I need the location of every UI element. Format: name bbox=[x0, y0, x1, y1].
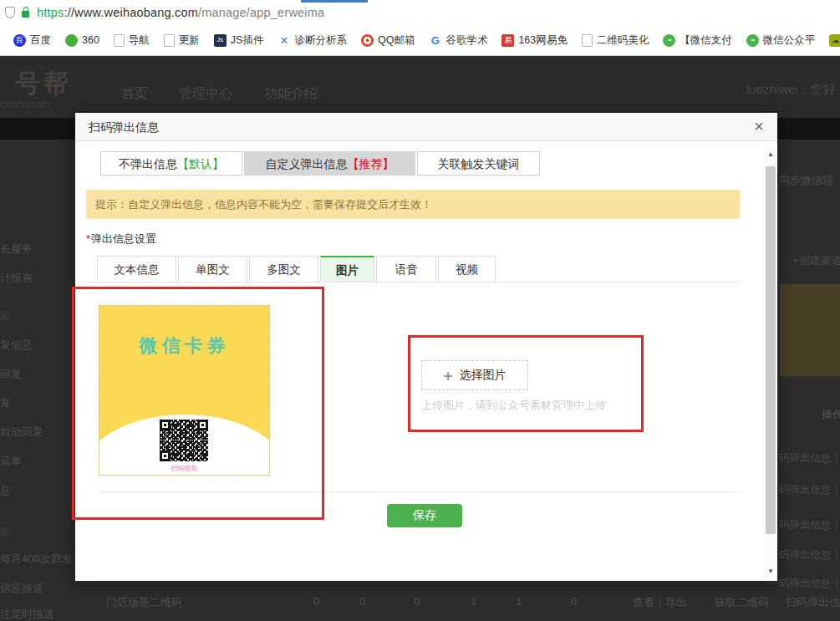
android-icon: ☁ bbox=[829, 34, 840, 47]
nav-manage-center[interactable]: 管理中心 bbox=[179, 85, 232, 103]
row-action-link[interactable]: 码弹出信息｜ bbox=[779, 518, 840, 532]
table-cell-value: 1 bbox=[471, 595, 476, 608]
get-qrcode-link[interactable]: 获取二维码 bbox=[715, 595, 769, 610]
table-cell-value: 1 bbox=[516, 595, 522, 608]
tab-default-badge: 【默认】 bbox=[177, 157, 224, 171]
sidebar-section: 能 bbox=[0, 525, 77, 540]
section-divider bbox=[99, 491, 741, 492]
table-cell-name: 门店场景二维码 bbox=[106, 595, 182, 610]
create-channel-button[interactable]: +创建渠道 bbox=[792, 253, 840, 268]
tab-recommend-badge: 【推荐】 bbox=[348, 157, 395, 171]
sidebar-item[interactable]: 注定时推送 bbox=[0, 607, 77, 621]
scan-popup-link[interactable]: 扫码弹出信息｜ bbox=[786, 595, 840, 610]
site-logo-domain: aobang.com bbox=[0, 99, 50, 110]
row-action-link[interactable]: 码弹出信息｜ bbox=[779, 483, 840, 497]
diagnose-icon: ✕ bbox=[277, 34, 290, 47]
qr-finder bbox=[160, 420, 171, 430]
bookmark-google-scholar[interactable]: G谷歌学术 bbox=[429, 33, 487, 48]
bookmark-qq-mail[interactable]: QQ邮箱 bbox=[361, 33, 415, 48]
sidebar-item[interactable]: 复信息 bbox=[0, 338, 77, 353]
qr-finder bbox=[160, 450, 171, 461]
scroll-down-icon[interactable]: ▼ bbox=[765, 567, 776, 577]
https-lock-icon[interactable] bbox=[22, 11, 29, 18]
bookmark-360[interactable]: 360 bbox=[65, 34, 99, 47]
subtab-single-article[interactable]: 单图文 bbox=[178, 256, 247, 282]
bookmark-baidu[interactable]: 百百度 bbox=[13, 33, 51, 48]
sidebar-item[interactable]: 复 bbox=[0, 395, 77, 410]
close-icon[interactable]: × bbox=[754, 117, 764, 136]
subtab-video[interactable]: 视频 bbox=[438, 256, 496, 282]
qq-mail-icon bbox=[361, 34, 374, 47]
page-icon bbox=[164, 34, 175, 47]
url-text[interactable]: https://www.weihaobang.com/manage/app_er… bbox=[37, 6, 324, 19]
url-scheme: https bbox=[37, 6, 64, 19]
notice-banner: 提示：自定义弹出信息，信息内容不能为空，需要保存提交后才生效！ bbox=[86, 190, 740, 219]
sidebar-item[interactable]: 息 bbox=[0, 483, 77, 498]
sidebar-section: 能 bbox=[0, 308, 77, 323]
content-type-tabs: 文本信息 单图文 多图文 图片 语音 视频 bbox=[86, 256, 741, 283]
row-action-link[interactable]: 码弹出信息｜ bbox=[779, 548, 840, 562]
card-title: 微信卡券 bbox=[99, 333, 269, 359]
scroll-up-icon[interactable]: ▲ bbox=[765, 150, 776, 160]
row-action-link[interactable]: 码弹出信息｜ bbox=[779, 451, 840, 466]
row-action-link[interactable]: 码弹出信息｜ bbox=[779, 577, 840, 591]
table-cell-value: 0 bbox=[571, 595, 577, 608]
sidebar-item[interactable]: 自动回复 bbox=[0, 425, 77, 440]
tab-custom-popup[interactable]: 自定义弹出信息【推荐】 bbox=[244, 151, 415, 176]
baidu-icon: 百 bbox=[13, 34, 26, 47]
bookmark-js-plugin[interactable]: JsJS插件 bbox=[214, 33, 264, 48]
bookmark-android[interactable]: ☁Android协 bbox=[829, 33, 840, 48]
wechat-icon: •• bbox=[663, 34, 675, 47]
bookmarks-bar: 百百度 360 导航 更新 JsJS插件 ✕诊断分析系 QQ邮箱 G谷歌学术 易… bbox=[0, 25, 840, 56]
tab-no-popup[interactable]: 不弹出信息【默认】 bbox=[100, 151, 242, 176]
bookmark-diagnose[interactable]: ✕诊断分析系 bbox=[277, 33, 347, 48]
ops-column-header: 操作 bbox=[822, 407, 840, 422]
table-cell-value: 0 bbox=[313, 595, 319, 608]
choose-image-button[interactable]: + 选择图片 bbox=[421, 360, 528, 390]
subtab-text[interactable]: 文本信息 bbox=[97, 256, 176, 282]
sidebar-item[interactable]: 每月400次群发 bbox=[0, 552, 77, 567]
modal-title-bar: 扫码弹出信息 × bbox=[75, 113, 777, 141]
shield-icon[interactable] bbox=[5, 7, 15, 18]
sidebar-item[interactable]: 回复 bbox=[0, 367, 77, 382]
selected-image-preview[interactable]: 微信卡券 扫码领取 bbox=[99, 305, 270, 476]
browser-address-bar[interactable]: https://www.weihaobang.com/manage/app_er… bbox=[0, 0, 840, 25]
qr-code bbox=[160, 420, 208, 461]
js-plugin-icon: Js bbox=[214, 34, 227, 47]
plus-icon: + bbox=[443, 368, 452, 384]
bookmark-wechat-official[interactable]: ••微信公众平 bbox=[746, 33, 816, 48]
bookmark-wechat-pay[interactable]: ••【微信支付 bbox=[663, 33, 732, 48]
nav-home[interactable]: 首页 bbox=[121, 85, 148, 103]
qr-thumbnail-partial bbox=[780, 284, 840, 376]
modal-title: 扫码弹出信息 bbox=[89, 120, 159, 135]
site-logo[interactable]: 号帮 bbox=[15, 67, 72, 101]
sync-wechat-link[interactable]: 同步微信端 bbox=[779, 173, 833, 188]
url-path: /manage/app_erweima bbox=[198, 6, 324, 19]
google-scholar-icon: G bbox=[429, 34, 441, 47]
table-row-divider bbox=[79, 583, 840, 583]
modal-scrollbar[interactable]: ▲ ▼ bbox=[765, 146, 776, 579]
subtab-image[interactable]: 图片 bbox=[320, 256, 374, 282]
user-greeting[interactable]: luozhiwei，您好 bbox=[746, 82, 836, 98]
save-button[interactable]: 保存 bbox=[387, 504, 462, 527]
table-cell-value: 0 bbox=[359, 595, 365, 608]
page-icon bbox=[582, 34, 593, 47]
scrollbar-thumb[interactable] bbox=[766, 166, 776, 534]
qr-caption: 扫码领取 bbox=[99, 464, 269, 473]
table-cell-value: 0 bbox=[414, 595, 420, 608]
sidebar-item[interactable]: 计报表 bbox=[0, 271, 77, 286]
bookmark-163-mail[interactable]: 易163网易免 bbox=[501, 33, 567, 48]
view-export-link[interactable]: 查看｜导出 bbox=[633, 595, 687, 610]
modal-scan-popup-info: 扫码弹出信息 × 不弹出信息【默认】 自定义弹出信息【推荐】 关联触发关键词 提… bbox=[75, 113, 777, 581]
bookmark-nav[interactable]: 导航 bbox=[114, 33, 150, 48]
sidebar-item[interactable]: 信息推送 bbox=[0, 581, 77, 596]
subtab-voice[interactable]: 语音 bbox=[376, 256, 436, 282]
required-asterisk: * bbox=[86, 232, 90, 245]
sidebar-item[interactable]: 长服务 bbox=[0, 242, 77, 257]
tab-trigger-keywords[interactable]: 关联触发关键词 bbox=[417, 151, 540, 176]
nav-feature-intro[interactable]: 功能介绍 bbox=[264, 85, 318, 103]
bookmark-update[interactable]: 更新 bbox=[164, 33, 200, 48]
sidebar-item[interactable]: 菜单 bbox=[0, 454, 77, 469]
subtab-multi-article[interactable]: 多图文 bbox=[249, 256, 318, 282]
bookmark-qrcode-beautify[interactable]: 二维码美化 bbox=[582, 33, 649, 48]
